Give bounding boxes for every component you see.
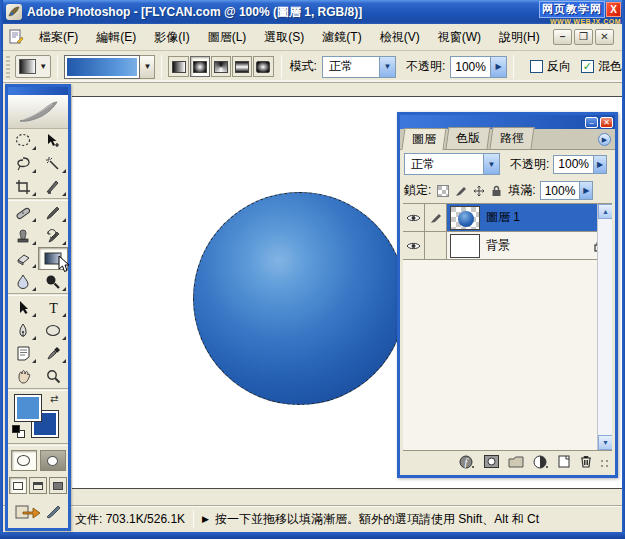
gradient-preview-swatch[interactable] (64, 55, 140, 79)
blur-tool[interactable] (8, 270, 38, 293)
layer-content[interactable]: 背景 (447, 232, 612, 259)
doc-restore-button[interactable]: ❐ (574, 29, 593, 45)
clone-stamp-tool[interactable] (8, 224, 38, 247)
doc-close-button[interactable]: ✕ (595, 29, 614, 45)
gradient-picker-arrow[interactable]: ▼ (140, 55, 155, 79)
crop-tool[interactable] (8, 175, 38, 198)
dither-checkbox-group[interactable]: ✓ 混色 (581, 58, 622, 75)
new-layer-button[interactable] (558, 455, 571, 468)
layer-style-button[interactable]: f (459, 455, 475, 469)
layer-opacity-field[interactable]: 100% ▶ (553, 155, 607, 174)
magic-wand-tool[interactable] (38, 152, 68, 175)
angle-gradient-button[interactable] (211, 56, 231, 77)
doc-minimize-button[interactable]: – (553, 29, 572, 45)
layer-row-layer1[interactable]: 圖層 1 (403, 204, 612, 232)
link-cell[interactable] (425, 232, 447, 259)
notes-tool[interactable] (8, 342, 38, 365)
lasso-tool[interactable] (8, 152, 38, 175)
imageready-brush-icon[interactable] (45, 504, 61, 519)
eraser-tool[interactable] (8, 247, 38, 270)
lock-all-icon[interactable] (491, 185, 502, 197)
default-colors-icon[interactable] (12, 425, 26, 438)
pen-tool[interactable] (8, 319, 38, 342)
standard-mode-button[interactable] (11, 450, 37, 471)
spinner-arrow-icon[interactable]: ▶ (593, 156, 606, 173)
document-icon[interactable] (8, 29, 24, 45)
brush-tool[interactable] (38, 201, 68, 224)
dodge-tool[interactable] (38, 270, 68, 293)
dither-checkbox[interactable]: ✓ (581, 60, 594, 73)
elliptical-marquee-tool[interactable] (8, 129, 38, 152)
reverse-checkbox[interactable] (530, 60, 543, 73)
slice-tool[interactable] (38, 175, 68, 198)
standard-screen-button[interactable] (9, 477, 27, 494)
lock-position-icon[interactable] (473, 185, 485, 197)
adjustment-layer-button[interactable] (533, 455, 549, 469)
layer-name[interactable]: 圖層 1 (486, 209, 520, 226)
options-bar-grip[interactable] (6, 56, 10, 78)
zoom-tool[interactable] (38, 365, 68, 388)
diamond-gradient-button[interactable] (253, 56, 273, 77)
layers-scrollbar[interactable]: ▲ ▼ (597, 204, 612, 450)
new-group-button[interactable] (508, 456, 524, 468)
palette-close-button[interactable]: ✕ (600, 117, 613, 128)
palette-menu-button[interactable]: ▶ (598, 133, 611, 146)
layer-content[interactable]: 圖層 1 (447, 204, 612, 231)
reverse-checkbox-group[interactable]: 反向 (530, 58, 571, 75)
fullscreen-button[interactable] (49, 477, 67, 494)
shape-tool[interactable] (38, 319, 68, 342)
tab-layers[interactable]: 圖層 (401, 128, 446, 150)
menu-filter[interactable]: 濾鏡(T) (313, 26, 370, 49)
menu-image[interactable]: 影像(I) (145, 26, 198, 49)
add-mask-button[interactable] (484, 455, 499, 468)
menu-edit[interactable]: 編輯(E) (87, 26, 145, 49)
delete-layer-button[interactable] (580, 455, 592, 468)
linear-gradient-button[interactable] (168, 56, 188, 77)
gradient-picker[interactable]: ▼ (64, 55, 155, 79)
link-cell[interactable] (425, 204, 447, 231)
eyedropper-tool[interactable] (38, 342, 68, 365)
menu-layer[interactable]: 圖層(L) (199, 26, 256, 49)
edit-in-imageready-button[interactable] (15, 502, 41, 520)
menu-file[interactable]: 檔案(F) (30, 26, 87, 49)
spinner-arrow-icon[interactable]: ▶ (579, 182, 592, 199)
palette-minimize-button[interactable]: – (585, 117, 598, 128)
move-tool[interactable] (38, 129, 68, 152)
menu-view[interactable]: 檢視(V) (371, 26, 429, 49)
eye-icon[interactable] (406, 213, 421, 223)
layer-fill-field[interactable]: 100% ▶ (540, 181, 594, 200)
tool-preset-picker[interactable]: ▼ (15, 55, 52, 78)
fullscreen-menu-button[interactable] (29, 477, 47, 494)
history-brush-tool[interactable] (38, 224, 68, 247)
opacity-field[interactable]: 100% ▶ (450, 56, 507, 78)
layer-thumbnail[interactable] (450, 206, 480, 230)
menu-help[interactable]: 說明(H) (490, 26, 549, 49)
swap-colors-icon[interactable]: ⇄ (50, 393, 58, 404)
eye-icon[interactable] (406, 241, 421, 251)
menu-select[interactable]: 選取(S) (255, 26, 313, 49)
layer-row-background[interactable]: 背景 (403, 232, 612, 260)
quick-mask-mode-button[interactable] (40, 450, 66, 471)
toolbox-title-bar[interactable] (8, 87, 68, 95)
visibility-cell[interactable] (403, 204, 425, 231)
layer-blend-mode-select[interactable]: 正常 ▼ (404, 153, 500, 175)
menu-window[interactable]: 視窗(W) (429, 26, 490, 49)
chevron-down-icon[interactable]: ▼ (379, 57, 395, 77)
hand-tool[interactable] (8, 365, 38, 388)
spinner-arrow-icon[interactable]: ▶ (490, 57, 506, 77)
visibility-cell[interactable] (403, 232, 425, 259)
healing-brush-tool[interactable] (8, 201, 38, 224)
palette-resize-grip[interactable] (600, 459, 610, 469)
foreground-color-swatch[interactable] (15, 395, 41, 421)
blend-mode-select[interactable]: 正常 ▼ (322, 56, 396, 78)
reflected-gradient-button[interactable] (232, 56, 252, 77)
title-bar[interactable]: Adobe Photoshop - [FLYCAN.com @ 100% (圖層… (0, 0, 625, 24)
tab-channels[interactable]: 色版 (445, 127, 490, 149)
scroll-up-icon[interactable]: ▲ (598, 204, 612, 219)
chevron-down-icon[interactable]: ▼ (483, 154, 499, 174)
layer-thumbnail[interactable] (450, 234, 480, 258)
path-selection-tool[interactable] (8, 296, 38, 319)
blue-sphere-selection[interactable] (193, 192, 406, 405)
layer-name[interactable]: 背景 (486, 237, 510, 254)
scroll-down-icon[interactable]: ▼ (598, 435, 612, 450)
